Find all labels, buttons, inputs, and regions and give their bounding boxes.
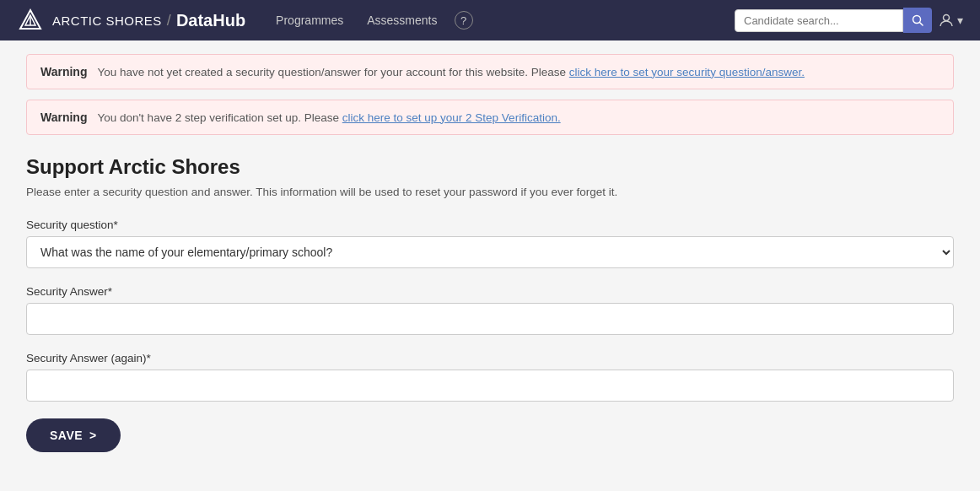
warning-box-2: Warning You don't have 2 step verificati…	[26, 100, 954, 135]
nav-separator: /	[167, 12, 171, 30]
nav-programmes[interactable]: Programmes	[266, 8, 353, 32]
security-answer-input[interactable]	[26, 303, 954, 335]
warning-link-1[interactable]: click here to set your security question…	[569, 66, 805, 78]
brand-name: ARCTIC SHORES	[52, 13, 162, 28]
arctic-shores-logo	[17, 7, 44, 34]
warning-link-2[interactable]: click here to set up your 2 Step Verific…	[342, 111, 561, 124]
security-answer-label: Security Answer*	[26, 285, 954, 298]
security-answer-again-label: Security Answer (again)*	[26, 352, 954, 364]
security-question-select[interactable]: What was the name of your elementary/pri…	[26, 236, 954, 268]
svg-point-5	[944, 15, 950, 21]
security-question-label: Security question*	[26, 219, 954, 231]
security-answer-group: Security Answer*	[26, 285, 954, 335]
warning-text-1: You have not yet created a security ques…	[97, 66, 804, 78]
warning-box-1: Warning You have not yet created a secur…	[26, 54, 954, 89]
user-menu-button[interactable]: ▾	[939, 13, 963, 28]
save-button-label: SAVE	[50, 429, 83, 442]
search-button[interactable]	[903, 8, 932, 33]
navbar: ARCTIC SHORES / DataHub Programmes Asses…	[0, 0, 980, 40]
form-description: Please enter a security question and ans…	[26, 186, 954, 198]
warning-label-2: Warning	[40, 111, 87, 124]
save-button-arrow: >	[89, 429, 97, 442]
warning-label-1: Warning	[40, 65, 87, 78]
user-caret: ▾	[957, 13, 963, 27]
main-content: Warning You have not yet created a secur…	[9, 40, 971, 466]
help-icon[interactable]: ?	[455, 11, 473, 30]
user-icon	[939, 13, 954, 28]
candidate-search-input[interactable]	[735, 9, 903, 32]
brand-logo[interactable]: ARCTIC SHORES	[17, 7, 162, 34]
nav-assessments[interactable]: Assessments	[357, 8, 447, 32]
datahub-title: DataHub	[176, 11, 245, 30]
navbar-right: ▾	[735, 8, 963, 33]
warning-text-2-body: You don't have 2 step verification set u…	[97, 111, 342, 124]
search-icon	[912, 14, 923, 26]
warning-text-2: You don't have 2 step verification set u…	[97, 111, 560, 124]
warning-text-1-body: You have not yet created a security ques…	[97, 66, 568, 78]
form-title: Support Arctic Shores	[26, 155, 954, 179]
save-button[interactable]: SAVE >	[26, 418, 121, 452]
security-question-group: Security question* What was the name of …	[26, 219, 954, 268]
nav-links: Programmes Assessments ?	[266, 8, 472, 32]
security-answer-again-input[interactable]	[26, 370, 954, 402]
security-answer-again-group: Security Answer (again)*	[26, 352, 954, 402]
form-section: Support Arctic Shores Please enter a sec…	[26, 155, 954, 452]
search-wrapper	[735, 8, 932, 33]
svg-line-4	[920, 23, 923, 26]
